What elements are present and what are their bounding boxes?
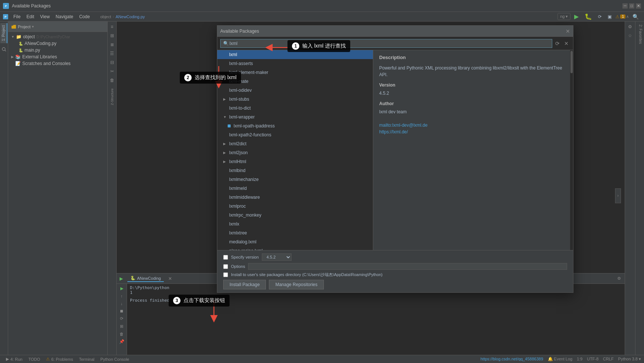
pkg-item-lxml2dict[interactable]: ▶ lxml2dict bbox=[217, 139, 373, 148]
warning-count: 1 bbox=[620, 14, 625, 19]
version-select[interactable]: 4.5.2 bbox=[262, 253, 292, 261]
search-button[interactable]: 🔍 bbox=[630, 12, 641, 21]
tree-item-scratches[interactable]: ▶ 📝 Scratches and Consoles bbox=[8, 60, 107, 67]
structure-btn-5[interactable]: ⊟ bbox=[108, 59, 116, 66]
project-dropdown-arrow[interactable]: ▾ bbox=[32, 25, 34, 29]
ide-top-right-buttons: ng ▾ ▶ 🐛 ⟳ ▣ ⚠ 1 ∧ 🔍 bbox=[557, 12, 641, 22]
pkg-item-lxml-odidev[interactable]: lxml-odidev bbox=[217, 86, 373, 95]
available-packages-dialog: Available Packages ✕ 🔍 ⟳ ✕ bbox=[217, 25, 573, 293]
refresh-button[interactable]: ⟳ bbox=[555, 40, 560, 46]
structure-btn-7[interactable]: 🗑 bbox=[108, 77, 116, 84]
link-mailto[interactable]: mailto:lxml-dev@lxml.de bbox=[379, 123, 427, 128]
structure-btn-4[interactable]: ☰ bbox=[108, 50, 116, 57]
dialog-close-button[interactable]: ✕ bbox=[566, 28, 570, 34]
minimize-button[interactable]: ─ bbox=[622, 3, 628, 9]
right-btn-1[interactable]: ⚙ bbox=[627, 23, 633, 30]
status-tab-problems[interactable]: ⚠ 6: Problems bbox=[43, 355, 76, 363]
menu-edit[interactable]: Edit bbox=[23, 13, 37, 20]
favorites-label[interactable]: 2: Favorites bbox=[635, 22, 644, 47]
status-link[interactable]: https://blog.csdn.net/qq_45886389 bbox=[481, 357, 543, 362]
folder-icon bbox=[11, 24, 16, 29]
pkg-item-plone-recipe-lxml[interactable]: plone.recipe.lxml bbox=[217, 246, 373, 250]
right-btn-2[interactable]: ☆ bbox=[627, 32, 633, 39]
tree-item-object[interactable]: ▼ 📁 object D:\PyCharm\PyChar bbox=[8, 33, 107, 40]
options-checkbox[interactable] bbox=[223, 264, 228, 269]
pkg-item-lxmlx[interactable]: lxmlx bbox=[217, 220, 373, 229]
structure-btn-6[interactable]: ✂ bbox=[108, 68, 116, 75]
search-clear-button[interactable]: ✕ bbox=[563, 40, 570, 46]
dialog-right-expand[interactable]: › bbox=[615, 188, 621, 203]
menu-navigate[interactable]: Navigate bbox=[53, 13, 76, 20]
pkg-name-lxmlmechanize: lxmlmechanize bbox=[229, 177, 258, 182]
window-controls[interactable]: ─ □ ✕ bbox=[622, 3, 641, 9]
description-content: Powerful and Pythonic XML processing lib… bbox=[373, 62, 570, 250]
menu-view[interactable]: View bbox=[37, 13, 53, 20]
left-side-tabs: 1: Project bbox=[0, 22, 8, 355]
pkg-item-lxmlmechanize[interactable]: lxmlmechanize bbox=[217, 175, 373, 184]
pkg-name-lxmlxtree: lxmlxtree bbox=[229, 230, 247, 236]
project-side-tab[interactable]: 1: Project bbox=[0, 23, 7, 43]
maximize-button[interactable]: □ bbox=[629, 3, 634, 9]
link-website[interactable]: https://lxml.de/ bbox=[379, 129, 408, 134]
specify-version-row: Specify version 4.5.2 bbox=[223, 253, 567, 261]
find-side-btn[interactable] bbox=[1, 46, 7, 53]
branch-dropdown[interactable]: ng ▾ bbox=[557, 13, 570, 20]
tree-item-anewcoding[interactable]: 🐍 ANewCoding.py bbox=[8, 40, 107, 47]
status-tab-run[interactable]: ▶ 4: Run bbox=[3, 355, 25, 363]
install-package-button[interactable]: Install Package bbox=[223, 280, 266, 289]
problems-label: 6: Problems bbox=[51, 357, 73, 362]
pkg-item-lxml2json[interactable]: ▶ lxml2json bbox=[217, 148, 373, 157]
title-bar: P Available Packages ─ □ ✕ bbox=[0, 0, 644, 12]
pkg-item-lxmlrpc-monkey[interactable]: lxmlrpc_monkey bbox=[217, 211, 373, 220]
main-panel: ▶ 🐍 ANewCoding ✕ ⚙ ▶ ↑ ↓ ⏹ bbox=[117, 22, 625, 355]
package-search-input[interactable] bbox=[220, 39, 552, 48]
debug-button[interactable]: 🐛 bbox=[582, 12, 594, 22]
pkg-item-lxmlHtml[interactable]: ▶ lxmlHtml bbox=[217, 157, 373, 166]
status-encoding: UTF-8 bbox=[587, 357, 598, 362]
status-event-log[interactable]: 🔔 Event Log bbox=[548, 357, 573, 362]
pkg-item-lxmlbind[interactable]: lxmlbind bbox=[217, 166, 373, 175]
ide-container: P File Edit View Navigate Code object › … bbox=[0, 12, 644, 363]
install-to-checkbox[interactable] bbox=[223, 272, 228, 277]
options-row: Options bbox=[223, 263, 567, 270]
structure-btn-2[interactable]: ⊞ bbox=[108, 32, 116, 39]
status-tab-terminal[interactable]: Terminal bbox=[76, 355, 98, 363]
close-window-button[interactable]: ✕ bbox=[636, 3, 641, 9]
options-label: Options bbox=[231, 264, 245, 269]
pkg-item-lxmlmeld[interactable]: lxmlmeld bbox=[217, 184, 373, 193]
pkg-item-lxml-xpath2-functions[interactable]: lxml-xpath2-functions bbox=[217, 130, 373, 139]
run-button[interactable]: ▶ bbox=[572, 12, 581, 22]
pkg-item-lxml-xpath-ipaddress[interactable]: lxml-xpath-ipaddress bbox=[217, 121, 373, 130]
tree-item-external[interactable]: ▶ 📚 External Libraries bbox=[8, 54, 107, 60]
pkg-item-lxml-stubs[interactable]: ▶ lxml-stubs bbox=[217, 95, 373, 104]
search-icon: 🔍 bbox=[223, 41, 229, 46]
pkg-item-lxmlproc[interactable]: lxmlproc bbox=[217, 202, 373, 211]
pkg-name-lxml: lxml bbox=[229, 52, 237, 57]
coverage-button[interactable]: ▣ bbox=[605, 13, 614, 21]
pkg-item-lxml-to-dict[interactable]: lxml-to-dict bbox=[217, 104, 373, 113]
status-tab-todo[interactable]: TODO bbox=[25, 355, 43, 363]
menu-file[interactable]: File bbox=[10, 13, 23, 20]
structure-btn-1[interactable]: ≡ bbox=[108, 23, 116, 30]
expand-arrow-external: ▶ bbox=[11, 55, 14, 59]
pkg-item-lxml-asserts[interactable]: lxml-asserts bbox=[217, 59, 373, 68]
specify-version-checkbox[interactable] bbox=[223, 255, 228, 260]
profile-button[interactable]: ⟳ bbox=[596, 13, 604, 21]
terminal-label: Terminal bbox=[79, 357, 95, 362]
status-tab-python-console[interactable]: Python Console bbox=[97, 355, 132, 363]
options-input[interactable] bbox=[248, 263, 567, 270]
pkg-item-medialog-lxml[interactable]: medialog.lxml bbox=[217, 237, 373, 246]
pkg-item-lxmlxtree[interactable]: lxmlxtree bbox=[217, 229, 373, 237]
pkg-item-lxmlmiddleware[interactable]: lxmlmiddleware bbox=[217, 193, 373, 202]
search-input-wrapper: 🔍 bbox=[220, 39, 552, 48]
pkg-item-lxml-wrapper[interactable]: ▼ lxml-wrapper bbox=[217, 113, 373, 121]
tree-item-main[interactable]: 🐍 main.py bbox=[8, 47, 107, 54]
author-value: lxml dev team bbox=[379, 108, 564, 115]
svg-line-5 bbox=[5, 50, 6, 51]
desc-scrollbar[interactable] bbox=[570, 50, 573, 250]
desc-scrollbar-thumb bbox=[570, 51, 573, 73]
menu-code[interactable]: Code bbox=[76, 13, 93, 20]
manage-repositories-button[interactable]: Manage Repositories bbox=[269, 280, 323, 289]
structure-btn-3[interactable]: ≣ bbox=[108, 41, 116, 48]
project-sidebar: Project ▾ ▼ 📁 object D:\PyCharm\PyChar 🐍… bbox=[8, 22, 108, 355]
